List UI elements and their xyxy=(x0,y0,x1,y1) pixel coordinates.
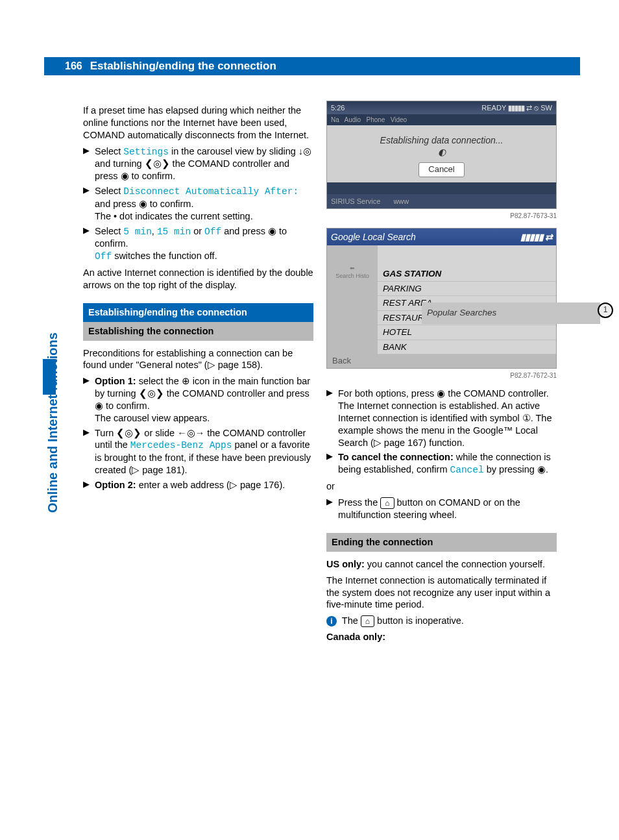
active-conn-para: An active Internet connection is identif… xyxy=(83,267,313,291)
callout-1: 1 xyxy=(598,303,613,318)
right-column: 5:26 READY ▮▮▮▮▮ ⇄ ⦸ SW Na Audio Phone V… xyxy=(326,101,557,647)
image-code-2: P82.87-7672-31 xyxy=(326,371,557,380)
page-number: 166 xyxy=(44,60,90,72)
ss2-back-button[interactable]: Back xyxy=(327,354,556,368)
ss2-title: Google Local Search xyxy=(331,231,416,243)
intro-para: If a preset time has elapsed during whic… xyxy=(83,105,313,142)
ss-www-label: www xyxy=(393,197,409,206)
header-title: Establishing/ending the connection xyxy=(90,60,276,73)
back-button-icon: ⌂ xyxy=(361,615,374,627)
image-code-1: P82.87-7673-31 xyxy=(326,212,557,220)
list-item[interactable]: GAS STATION xyxy=(378,267,556,282)
step-select-time: ▶ Select 5 min, 15 min or Off and press … xyxy=(83,225,313,264)
step-marker-icon: ▶ xyxy=(83,145,95,183)
list-item[interactable]: HOTEL xyxy=(378,325,556,340)
step-press-back: ▶ Press the ⌂ button on COMAND or on the… xyxy=(326,497,557,521)
ss-dialog-text: Establishing data connection... xyxy=(332,134,551,146)
section-establishing: Establishing the connection xyxy=(83,322,313,341)
section-establish-end: Establishing/ending the connection xyxy=(83,303,313,322)
back-button-icon: ⌂ xyxy=(380,497,394,509)
side-tab-label: Online and Internet functions xyxy=(45,332,60,513)
info-icon: i xyxy=(326,616,337,626)
list-item[interactable]: PARKING xyxy=(378,282,556,297)
signal-bars-icon: ▮▮▮▮▮ xyxy=(508,104,524,112)
screenshot-data-connection: 5:26 READY ▮▮▮▮▮ ⇄ ⦸ SW Na Audio Phone V… xyxy=(326,101,557,209)
step-option-2: ▶ Option 2: enter a web address (▷ page … xyxy=(83,479,313,491)
step-option-1: ▶ Option 1: select the ⊕ icon in the mai… xyxy=(83,375,313,424)
info-note: i The ⌂ button is inoperative. xyxy=(326,615,557,627)
step-both-options: ▶ For both options, press ◉ the COMAND c… xyxy=(326,388,557,449)
signal-bars-icon: ▮▮▮▮▮ ⇄ xyxy=(520,231,552,243)
ss2-popular-header: Popular Searches 1 xyxy=(422,303,600,324)
spinner-icon: ◐ xyxy=(332,146,551,158)
page-header: 166 Establishing/ending the connection xyxy=(44,57,580,75)
screenshot-google-search: Google Local Search ▮▮▮▮▮ ⇄ ⬅ Search His… xyxy=(326,228,557,369)
list-item[interactable]: BANK xyxy=(378,340,556,355)
canada-only-label: Canada only: xyxy=(326,632,385,642)
ss-time: 5:26 xyxy=(331,103,345,112)
left-column: If a preset time has elapsed during whic… xyxy=(83,101,313,647)
step-disconnect-auto: ▶ Select Disconnect Automatically After:… xyxy=(83,185,313,223)
ss-sirius-label: SIRIUS Service xyxy=(331,197,380,206)
step-select-settings: ▶ Select Settings in the carousel view b… xyxy=(83,145,313,183)
or-text: or xyxy=(326,480,557,493)
section-ending: Ending the connection xyxy=(326,533,557,552)
step-turn-apps: ▶ Turn ❮◎❯ or slide ←◎→ the COMAND contr… xyxy=(83,427,313,476)
preconditions-para: Preconditions for establishing a connect… xyxy=(83,347,313,372)
ss-cancel-button[interactable]: Cancel xyxy=(419,162,464,177)
step-cancel-connection: ▶ To cancel the connection: while the co… xyxy=(326,451,557,476)
globe-icon: ⊕ xyxy=(182,376,190,386)
auto-terminate-para: The Internet connection is automatically… xyxy=(326,574,557,611)
